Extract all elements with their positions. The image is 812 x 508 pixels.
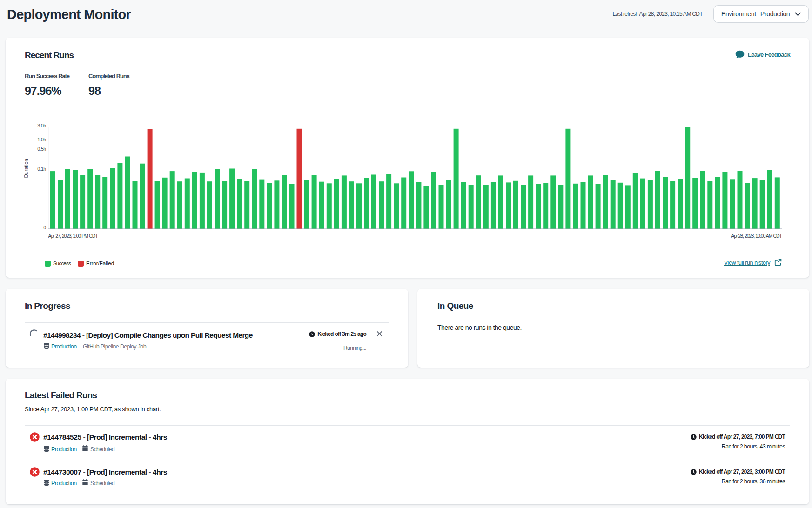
svg-text:0.1h: 0.1h bbox=[37, 166, 46, 172]
svg-text:0: 0 bbox=[43, 225, 46, 230]
svg-text:Duration: Duration bbox=[23, 159, 29, 178]
svg-text:Apr 28, 2023, 10:00 AM CDT: Apr 28, 2023, 10:00 AM CDT bbox=[731, 233, 782, 239]
svg-text:0.5h: 0.5h bbox=[37, 146, 46, 152]
svg-text:Apr 27, 2023, 1:00 PM CDT: Apr 27, 2023, 1:00 PM CDT bbox=[48, 233, 99, 239]
svg-text:3.0h: 3.0h bbox=[37, 123, 46, 128]
svg-text:1.0h: 1.0h bbox=[37, 137, 46, 142]
